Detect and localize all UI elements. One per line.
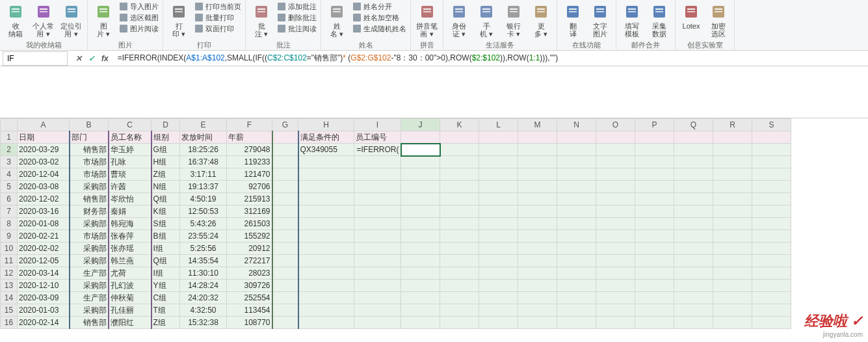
- cell-L11[interactable]: [479, 255, 518, 267]
- cell-H13[interactable]: [298, 280, 354, 292]
- cell-P7[interactable]: [635, 205, 674, 218]
- cell-H14[interactable]: [298, 292, 354, 304]
- cell-D6[interactable]: Q组: [151, 193, 180, 205]
- row-header-9[interactable]: 9: [1, 230, 18, 243]
- header-cell[interactable]: 满足条件的: [298, 131, 354, 144]
- cell-I15[interactable]: [354, 304, 401, 317]
- cell-M12[interactable]: [518, 267, 557, 280]
- cell-G7[interactable]: [272, 205, 298, 218]
- cell-B6[interactable]: 销售部: [70, 193, 109, 205]
- cell-O15[interactable]: [596, 304, 635, 317]
- cell-R2[interactable]: [713, 144, 752, 156]
- cell-O9[interactable]: [596, 230, 635, 243]
- cell-L7[interactable]: [479, 205, 518, 218]
- cell-B11[interactable]: 采购部: [70, 255, 109, 267]
- cell-D16[interactable]: Z组: [151, 317, 180, 329]
- collect-box[interactable]: 收 纳箱: [4, 1, 27, 39]
- text-img[interactable]: 文字 图片: [588, 1, 612, 39]
- cell-F9[interactable]: 155292: [227, 230, 272, 243]
- cell-Q15[interactable]: [674, 304, 713, 317]
- cell-E2[interactable]: 18:25:26: [180, 144, 227, 156]
- cell-C12[interactable]: 尤荷: [109, 267, 151, 280]
- cell-R10[interactable]: [713, 243, 752, 255]
- cell-D7[interactable]: K组: [151, 205, 180, 218]
- cell-H2[interactable]: QX349055: [298, 144, 354, 156]
- translate[interactable]: 翻 译: [561, 1, 585, 39]
- cell-A4[interactable]: 2020-12-04: [18, 168, 70, 181]
- print-current[interactable]: 打印当前页: [194, 1, 241, 12]
- col-header-H[interactable]: H: [298, 119, 354, 131]
- cell-F8[interactable]: 261503: [227, 218, 272, 230]
- header-cell[interactable]: [752, 131, 791, 144]
- cell-M15[interactable]: [518, 304, 557, 317]
- cell-P6[interactable]: [635, 193, 674, 205]
- cell-G8[interactable]: [272, 218, 298, 230]
- cell-R13[interactable]: [713, 280, 752, 292]
- cell-D3[interactable]: H组: [151, 156, 180, 168]
- cell-C14[interactable]: 仲秋菊: [109, 292, 151, 304]
- select-all-corner[interactable]: [1, 119, 18, 131]
- cell-H7[interactable]: [298, 205, 354, 218]
- cell-N12[interactable]: [557, 267, 596, 280]
- cell-A9[interactable]: 2020-02-21: [18, 230, 70, 243]
- cell-C8[interactable]: 韩宛海: [109, 218, 151, 230]
- cell-S15[interactable]: [752, 304, 791, 317]
- cell-J5[interactable]: [401, 181, 440, 193]
- cell-B15[interactable]: 采购部: [70, 304, 109, 317]
- cell-N10[interactable]: [557, 243, 596, 255]
- col-header-A[interactable]: A: [18, 119, 70, 131]
- cell-C6[interactable]: 岑欣怡: [109, 193, 151, 205]
- cell-D11[interactable]: Q组: [151, 255, 180, 267]
- cell-E9[interactable]: 23:55:24: [180, 230, 227, 243]
- col-header-G[interactable]: G: [272, 119, 298, 131]
- col-header-C[interactable]: C: [109, 119, 151, 131]
- cell-K10[interactable]: [440, 243, 479, 255]
- col-header-N[interactable]: N: [557, 119, 596, 131]
- personal[interactable]: 个人常 用 ▾: [31, 1, 55, 39]
- cell-A14[interactable]: 2020-03-09: [18, 292, 70, 304]
- cell-L13[interactable]: [479, 280, 518, 292]
- row-header-3[interactable]: 3: [1, 156, 18, 168]
- cell-B5[interactable]: 采购部: [70, 181, 109, 193]
- cell-Q9[interactable]: [674, 230, 713, 243]
- cell-K13[interactable]: [440, 280, 479, 292]
- header-cell[interactable]: [674, 131, 713, 144]
- cell-R7[interactable]: [713, 205, 752, 218]
- cell-O3[interactable]: [596, 156, 635, 168]
- cell-F5[interactable]: 92706: [227, 181, 272, 193]
- more[interactable]: 更 多 ▾: [529, 1, 553, 39]
- cell-J11[interactable]: [401, 255, 440, 267]
- cell-J4[interactable]: [401, 168, 440, 181]
- row-header-8[interactable]: 8: [1, 218, 18, 230]
- col-header-L[interactable]: L: [479, 119, 518, 131]
- duplex-print[interactable]: 双面打印: [194, 23, 241, 34]
- cell-G12[interactable]: [272, 267, 298, 280]
- cell-Q14[interactable]: [674, 292, 713, 304]
- col-header-E[interactable]: E: [180, 119, 227, 131]
- row-header-4[interactable]: 4: [1, 168, 18, 181]
- cell-C11[interactable]: 韩兰燕: [109, 255, 151, 267]
- cell-C7[interactable]: 秦娟: [109, 205, 151, 218]
- cell-J16[interactable]: [401, 317, 440, 329]
- header-cell[interactable]: [713, 131, 752, 144]
- del-annot[interactable]: 删除批注: [277, 12, 317, 23]
- cell-K14[interactable]: [440, 292, 479, 304]
- cell-M6[interactable]: [518, 193, 557, 205]
- cell-D4[interactable]: Z组: [151, 168, 180, 181]
- header-cell[interactable]: [518, 131, 557, 144]
- cell-M11[interactable]: [518, 255, 557, 267]
- row-header-14[interactable]: 14: [1, 292, 18, 304]
- cell-D8[interactable]: S组: [151, 218, 180, 230]
- cell-R8[interactable]: [713, 218, 752, 230]
- cell-N9[interactable]: [557, 230, 596, 243]
- cell-J10[interactable]: [401, 243, 440, 255]
- name-split[interactable]: 姓名分开: [352, 1, 406, 12]
- cell-G4[interactable]: [272, 168, 298, 181]
- cell-J7[interactable]: [401, 205, 440, 218]
- cell-L5[interactable]: [479, 181, 518, 193]
- cell-Q7[interactable]: [674, 205, 713, 218]
- cell-L14[interactable]: [479, 292, 518, 304]
- cell-R14[interactable]: [713, 292, 752, 304]
- cell-F3[interactable]: 119233: [227, 156, 272, 168]
- cell-E14[interactable]: 24:20:32: [180, 292, 227, 304]
